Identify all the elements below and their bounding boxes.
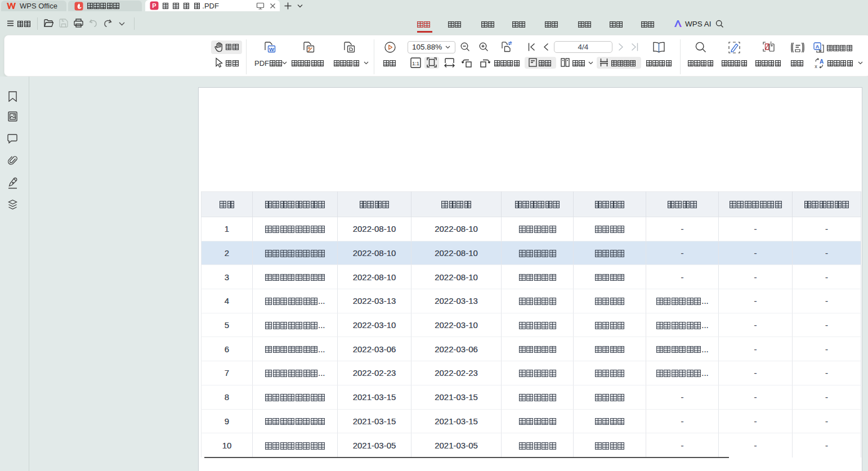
svg-text:x: x <box>815 64 817 69</box>
svg-text:1:1: 1:1 <box>412 60 419 66</box>
svg-text:A: A <box>816 44 820 50</box>
svg-text:P: P <box>152 2 156 9</box>
svg-text:W: W <box>269 46 274 52</box>
svg-text:A: A <box>820 59 824 65</box>
